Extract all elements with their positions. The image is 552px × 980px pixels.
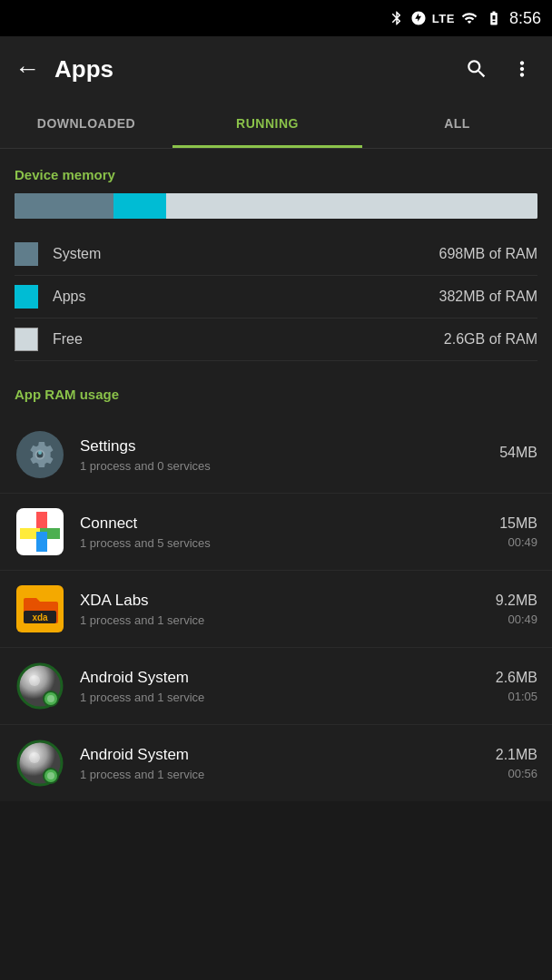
app-time-android-2: 00:56 <box>496 767 537 780</box>
svg-text:xda: xda <box>32 612 48 622</box>
app-time-xda: 00:49 <box>496 612 537 626</box>
app-name-settings: Settings <box>80 437 499 456</box>
signal-icon <box>460 10 478 26</box>
legend-color-apps <box>15 285 38 309</box>
page-title: Apps <box>54 55 447 83</box>
app-info-settings: Settings 1 process and 0 services <box>80 437 499 473</box>
app-name-android-2: Android System <box>80 746 496 764</box>
legend-system: System 698MB of RAM <box>15 233 537 276</box>
svg-point-19 <box>47 772 54 779</box>
status-time: 8:56 <box>509 9 541 28</box>
memory-legend: System 698MB of RAM Apps 382MB of RAM Fr… <box>0 233 552 361</box>
more-options-button[interactable] <box>507 54 537 84</box>
app-icon-connect <box>15 506 65 557</box>
app-mem-android-2: 2.1MB <box>496 747 537 763</box>
app-item-android-2[interactable]: Android System 1 process and 1 service 2… <box>0 725 552 801</box>
app-ram-section: App RAM usage Settings 1 process and 0 s… <box>0 368 552 801</box>
battery-icon <box>484 10 504 26</box>
legend-value-system: 698MB of RAM <box>439 246 537 262</box>
legend-free: Free 2.6GB of RAM <box>15 318 537 361</box>
device-memory-header: Device memory <box>0 149 552 193</box>
svg-point-13 <box>29 675 40 686</box>
app-info-android-1: Android System 1 process and 1 service <box>80 669 496 704</box>
app-icon-android-1 <box>15 661 65 711</box>
app-sub-xda: 1 process and 1 service <box>80 613 496 627</box>
app-sub-connect: 1 process and 5 services <box>80 536 499 550</box>
svg-point-3 <box>38 451 42 455</box>
app-item-settings[interactable]: Settings 1 process and 0 services 54MB <box>0 416 552 494</box>
svg-point-17 <box>29 752 40 763</box>
app-sub-settings: 1 process and 0 services <box>80 459 499 473</box>
status-icons: LTE 8:56 <box>389 9 541 28</box>
app-time-connect: 00:49 <box>499 535 537 549</box>
tab-running[interactable]: RUNNING <box>172 102 362 148</box>
app-mem-android-1: 2.6MB <box>496 670 537 686</box>
app-mem-xda: 9.2MB <box>496 593 537 609</box>
legend-label-apps: Apps <box>53 289 439 305</box>
app-item-connect[interactable]: Connect 1 process and 5 services 15MB 00… <box>0 494 552 571</box>
app-sub-android-2: 1 process and 1 service <box>80 768 496 781</box>
app-sub-android-1: 1 process and 1 service <box>80 691 496 704</box>
app-info-android-2: Android System 1 process and 1 service <box>80 746 496 781</box>
app-icon-android-2 <box>15 738 65 789</box>
app-mem-settings: 54MB <box>499 445 537 461</box>
search-button[interactable] <box>461 54 492 84</box>
app-icon-settings <box>15 429 65 480</box>
back-button[interactable]: ← <box>15 54 40 83</box>
app-name-connect: Connect <box>80 514 499 533</box>
memory-bar-free <box>166 193 537 219</box>
svg-rect-8 <box>36 532 47 552</box>
lte-icon: LTE <box>432 12 455 25</box>
app-stats-android-2: 2.1MB 00:56 <box>496 747 537 780</box>
bluetooth-icon <box>389 10 405 26</box>
legend-value-free: 2.6GB of RAM <box>444 331 537 348</box>
app-info-xda: XDA Labs 1 process and 1 service <box>80 592 496 627</box>
app-time-android-1: 01:05 <box>496 690 537 703</box>
app-item-android-1[interactable]: Android System 1 process and 1 service 2… <box>0 648 552 725</box>
app-stats-android-1: 2.6MB 01:05 <box>496 670 537 703</box>
app-info-connect: Connect 1 process and 5 services <box>80 514 499 550</box>
legend-label-free: Free <box>53 331 444 348</box>
memory-bar <box>15 193 537 219</box>
content-area: Device memory System 698MB of RAM Apps 3… <box>0 149 552 801</box>
app-stats-xda: 9.2MB 00:49 <box>496 593 537 626</box>
app-stats-settings: 54MB <box>499 445 537 465</box>
legend-apps: Apps 382MB of RAM <box>15 276 537 318</box>
app-list: Settings 1 process and 0 services 54MB <box>0 416 552 801</box>
memory-bar-system <box>15 193 113 219</box>
svg-point-15 <box>47 695 54 702</box>
app-name-android-1: Android System <box>80 669 496 687</box>
tab-all[interactable]: ALL <box>362 102 552 148</box>
app-stats-connect: 15MB 00:49 <box>499 515 537 549</box>
app-icon-xda: xda <box>15 583 65 634</box>
app-ram-header: App RAM usage <box>0 368 552 413</box>
legend-color-free <box>15 328 38 351</box>
app-name-xda: XDA Labs <box>80 592 496 610</box>
legend-value-apps: 382MB of RAM <box>439 289 537 305</box>
app-item-xda[interactable]: xda XDA Labs 1 process and 1 service 9.2… <box>0 571 552 648</box>
tabs-bar: DOWNLOADED RUNNING ALL <box>0 102 552 149</box>
tab-downloaded[interactable]: DOWNLOADED <box>0 102 172 148</box>
memory-bar-apps <box>113 193 166 219</box>
legend-label-system: System <box>53 246 439 262</box>
legend-color-system <box>15 242 38 266</box>
no-icon <box>410 10 427 26</box>
status-bar: LTE 8:56 <box>0 0 552 36</box>
app-mem-connect: 15MB <box>499 515 537 532</box>
app-bar: ← Apps <box>0 36 552 102</box>
